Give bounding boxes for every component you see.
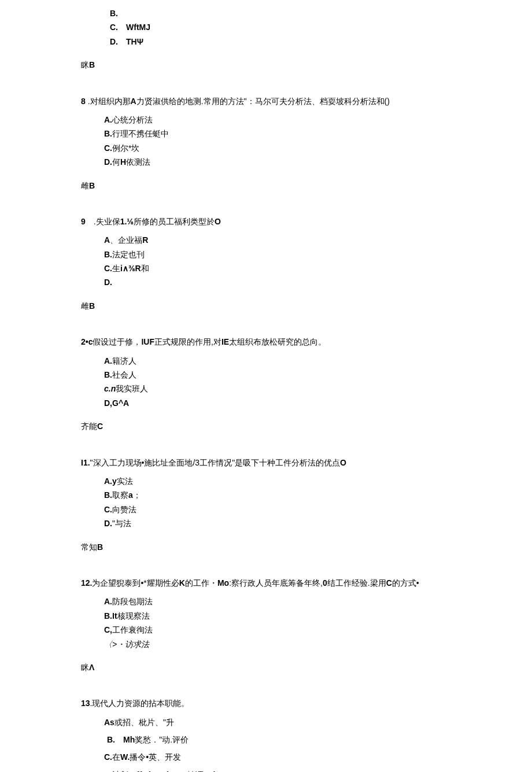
text: 向赞法 (112, 505, 136, 514)
bold: W. (120, 752, 130, 762)
q9-option-a: A、企业福R (81, 234, 451, 246)
label: B. Mh (107, 735, 135, 744)
bold: IUF (141, 337, 154, 346)
q8-answer: 雌B (81, 179, 451, 192)
text: 、企业福 (110, 235, 142, 245)
answer-letter: B (89, 301, 95, 311)
bold: i∧⅜R (120, 264, 141, 273)
q9-option-c: C.生i∧⅜R和 (81, 262, 451, 275)
bold: O (215, 217, 221, 226)
prefix: 常知 (81, 542, 97, 552)
qnum: 8 (81, 97, 86, 106)
q13-option-d: D.计划・ff1.iM.MiM.•0.埼调,mi (81, 769, 451, 772)
text: B. (110, 9, 118, 18)
q13-option-a: As或招、枇片、"升 (81, 716, 451, 729)
qnum: 9 (81, 217, 86, 226)
text: 〈>・访求法 (104, 640, 149, 649)
text: 防段包期法 (112, 597, 153, 606)
q7-answer: 眯B (81, 58, 451, 71)
text: 心统分析法 (112, 115, 153, 124)
q8-option-a: A.心统分析法 (81, 113, 451, 126)
label: A (104, 235, 110, 245)
q11-answer: 常知B (81, 541, 451, 553)
q13-option-b: B. Mh奖愁．"动.评价 (81, 733, 451, 746)
text: 所修的员工福利类型於 (134, 217, 215, 226)
q12-option-b: B.It核现察法 (81, 610, 451, 622)
text: 工作衰徇法 (112, 625, 153, 634)
q10-option-d: D,G^A (81, 397, 451, 409)
label: B.It (104, 611, 117, 620)
qnum: 2•c (81, 337, 93, 346)
text: ； (133, 490, 141, 500)
label: As (104, 718, 114, 727)
text: 结工作经验.梁用 (327, 578, 386, 588)
prefix: 齐能 (81, 422, 97, 431)
label: D. (104, 278, 112, 287)
q12-option-d: 〈>・访求法 (81, 638, 451, 651)
text: 太组织布放松研究的总向。 (229, 337, 326, 346)
label: A. (104, 597, 112, 606)
q12-option-a: A.防段包期法 (81, 595, 451, 608)
q10-option-c: c.n我实班人 (81, 382, 451, 395)
text: 假设过于修， (93, 337, 141, 346)
label: C. (104, 264, 112, 273)
answer-letter: B (89, 60, 95, 69)
label: A.y (104, 477, 117, 486)
bold: IE (221, 337, 229, 346)
bold: R (142, 235, 148, 245)
text: 奖愁．"动.评价 (135, 735, 189, 744)
text: 我实班人 (116, 384, 148, 393)
q8-question: 8 .对组织内那A力贤淑供给的地测.常用的方法"：马尔可夫分析法、档耍坡科分析法… (81, 95, 451, 108)
qnum: 12. (81, 578, 92, 588)
q12-answer: 眯Λ (81, 661, 451, 674)
label: D. (104, 519, 112, 528)
text: 力贤淑供给的地测.常用的方法"：马尔可夫分析法、档耍坡科分析法和() (136, 97, 390, 106)
prefix: 雌 (81, 181, 89, 190)
text: 取察 (112, 490, 128, 500)
text: 的方式• (392, 578, 419, 588)
text: 实法 (117, 477, 133, 486)
q7-option-c: C. WftMJ (81, 21, 451, 34)
text: .现代人力资源的拈本职能。 (90, 699, 190, 708)
text: "深入工力现场•施比址全面地/3工作情况"是吸下十种工件分析法的优点 (90, 458, 341, 467)
bold: H (120, 157, 126, 167)
q8-option-b: B.行理不携任蜓中 (81, 127, 451, 140)
label: A. (104, 115, 112, 124)
answer-letter: B (89, 181, 95, 190)
prefix: 眯 (81, 663, 89, 672)
q11-question: I1."深入工力现场•施比址全面地/3工作情况"是吸下十种工件分析法的优点O (81, 456, 451, 469)
text: 何 (112, 157, 120, 167)
bold: C (386, 578, 392, 588)
label: A. (104, 356, 112, 365)
text: 播令•英、开发 (130, 752, 181, 762)
label: C. (104, 143, 112, 153)
label: D,G^A (104, 398, 129, 408)
q7-option-b: B. (81, 7, 451, 20)
label: B. (104, 490, 112, 500)
label: D. (104, 157, 112, 167)
q9-option-b: B.法定也刊 (81, 248, 451, 261)
text: 为企望猊泰到•*耀期性必 (92, 578, 179, 588)
text: 正式规限的作用,对 (154, 337, 221, 346)
text: 和 (141, 264, 149, 273)
answer-letter: B (97, 542, 103, 552)
label: B. (104, 370, 112, 379)
q10-option-a: A.籍济人 (81, 354, 451, 367)
text: 生 (112, 264, 120, 273)
q10-question: 2•c假设过于修，IUF正式规限的作用,对IE太组织布放松研究的总向。 (81, 335, 451, 348)
prefix: 雌 (81, 301, 89, 311)
text: 依测法 (126, 157, 150, 167)
qnum: I1. (81, 458, 90, 467)
q11-option-d: D."与法 (81, 517, 451, 530)
q11-option-c: C.向赞法 (81, 503, 451, 516)
label: B. (104, 129, 112, 138)
text: .失业保 (86, 217, 120, 226)
text: 法定也刊 (112, 250, 145, 259)
bold: a (128, 490, 133, 500)
text: 在 (112, 752, 120, 762)
q12-option-c: C,工作衰徇法 (81, 623, 451, 636)
q11-option-b: B.取察a； (81, 489, 451, 501)
q13-option-c: C.在W.播令•英、开发 (81, 751, 451, 763)
q7-option-d: D. THΨ (81, 35, 451, 48)
text: 核现察法 (117, 611, 150, 620)
